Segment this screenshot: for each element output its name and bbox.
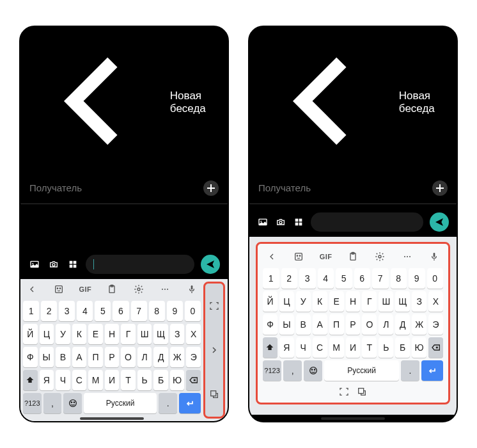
- camera-icon[interactable]: [47, 258, 60, 271]
- key-Э[interactable]: Э: [428, 314, 443, 335]
- key-0[interactable]: 0: [185, 301, 201, 321]
- recipient-input[interactable]: [258, 182, 432, 193]
- key-1[interactable]: 1: [263, 268, 279, 289]
- key-Т[interactable]: Т: [121, 370, 136, 390]
- key-М[interactable]: М: [329, 337, 344, 358]
- key-Ч[interactable]: Ч: [296, 337, 311, 358]
- key-К[interactable]: К: [313, 291, 327, 312]
- key-С[interactable]: С: [313, 337, 327, 358]
- key-Д[interactable]: Д: [395, 314, 410, 335]
- collapse-icon[interactable]: [264, 249, 279, 264]
- key-И[interactable]: И: [105, 370, 120, 390]
- symbols-key[interactable]: ?123: [263, 360, 281, 381]
- key-Ф[interactable]: Ф: [263, 314, 278, 335]
- key-Х[interactable]: Х: [428, 291, 443, 312]
- key-Г[interactable]: Г: [362, 291, 377, 312]
- key-7[interactable]: 7: [131, 301, 147, 321]
- key-С[interactable]: С: [72, 370, 87, 390]
- key-2[interactable]: 2: [41, 301, 57, 321]
- key-Н[interactable]: Н: [346, 291, 361, 312]
- key-Щ[interactable]: Щ: [395, 291, 410, 312]
- key-Ы[interactable]: Ы: [40, 347, 54, 367]
- key-К[interactable]: К: [72, 324, 87, 344]
- key-3[interactable]: 3: [299, 268, 316, 289]
- key-Ь[interactable]: Ь: [137, 370, 152, 390]
- key-Й[interactable]: Й: [263, 291, 278, 312]
- key-А[interactable]: А: [72, 347, 87, 367]
- key-5[interactable]: 5: [95, 301, 111, 321]
- move-right-icon[interactable]: [205, 337, 223, 363]
- key-Т[interactable]: Т: [362, 337, 377, 358]
- key-Ю[interactable]: Ю: [170, 370, 185, 390]
- key-Щ[interactable]: Щ: [153, 324, 168, 344]
- key-Ш[interactable]: Ш: [137, 324, 152, 344]
- settings-icon[interactable]: [131, 282, 146, 297]
- key-Ч[interactable]: Ч: [56, 370, 70, 390]
- dock-icon[interactable]: [355, 385, 369, 399]
- key-Э[interactable]: Э: [186, 347, 201, 367]
- clipboard-icon[interactable]: [345, 249, 361, 264]
- key-Ф[interactable]: Ф: [23, 347, 38, 367]
- add-recipient-button[interactable]: [203, 180, 219, 196]
- key-Е[interactable]: Е: [88, 324, 103, 344]
- key-Е[interactable]: Е: [329, 291, 344, 312]
- key-8[interactable]: 8: [149, 301, 165, 321]
- key-8[interactable]: 8: [391, 268, 407, 289]
- key-Я[interactable]: Я: [40, 370, 54, 390]
- key-Л[interactable]: Л: [137, 347, 152, 367]
- message-input[interactable]: [86, 255, 194, 274]
- emoji-key[interactable]: [304, 360, 322, 381]
- key-У[interactable]: У: [56, 324, 70, 344]
- key-В[interactable]: В: [56, 347, 70, 367]
- gallery-icon[interactable]: [28, 258, 41, 271]
- camera-icon[interactable]: [275, 216, 286, 228]
- mic-icon[interactable]: [184, 282, 199, 297]
- key-7[interactable]: 7: [372, 268, 389, 289]
- key-9[interactable]: 9: [409, 268, 425, 289]
- backspace-key[interactable]: [428, 337, 443, 358]
- recipient-input[interactable]: [29, 182, 203, 193]
- key-2[interactable]: 2: [281, 268, 298, 289]
- key-Й[interactable]: Й: [23, 324, 38, 344]
- key-9[interactable]: 9: [167, 301, 183, 321]
- key-В[interactable]: В: [296, 314, 311, 335]
- key-Г[interactable]: Г: [121, 324, 136, 344]
- message-input[interactable]: [311, 212, 423, 232]
- apps-icon[interactable]: [293, 216, 304, 228]
- comma-key[interactable]: ,: [283, 360, 302, 381]
- expand-icon[interactable]: [205, 293, 223, 319]
- key-3[interactable]: 3: [59, 301, 75, 321]
- back-icon[interactable]: [258, 35, 391, 170]
- collapse-icon[interactable]: [24, 282, 40, 297]
- coll-expand-icon[interactable]: [337, 385, 351, 399]
- shift-key[interactable]: [23, 370, 38, 390]
- more-icon[interactable]: [157, 282, 173, 297]
- key-Р[interactable]: Р: [346, 314, 361, 335]
- backspace-key[interactable]: [186, 370, 201, 390]
- key-Ы[interactable]: Ы: [279, 314, 294, 335]
- clipboard-icon[interactable]: [104, 282, 120, 297]
- emoji-key[interactable]: [63, 393, 82, 413]
- key-6[interactable]: 6: [113, 301, 129, 321]
- float-icon[interactable]: [205, 381, 223, 407]
- key-1[interactable]: 1: [23, 301, 39, 321]
- key-Ю[interactable]: Ю: [412, 337, 426, 358]
- key-Я[interactable]: Я: [279, 337, 294, 358]
- key-И[interactable]: И: [346, 337, 361, 358]
- key-Д[interactable]: Д: [153, 347, 168, 367]
- space-key[interactable]: Русский: [324, 360, 399, 381]
- key-Ж[interactable]: Ж: [412, 314, 426, 335]
- key-6[interactable]: 6: [354, 268, 371, 289]
- key-5[interactable]: 5: [336, 268, 352, 289]
- key-Ц[interactable]: Ц: [279, 291, 294, 312]
- key-Ь[interactable]: Ь: [379, 337, 393, 358]
- enter-key[interactable]: [179, 393, 201, 413]
- period-key[interactable]: .: [401, 360, 419, 381]
- space-key[interactable]: Русский: [84, 393, 157, 413]
- key-П[interactable]: П: [88, 347, 103, 367]
- key-П[interactable]: П: [329, 314, 344, 335]
- sticker-icon[interactable]: [291, 249, 306, 264]
- key-У[interactable]: У: [296, 291, 311, 312]
- key-Х[interactable]: Х: [186, 324, 201, 344]
- key-З[interactable]: З: [170, 324, 185, 344]
